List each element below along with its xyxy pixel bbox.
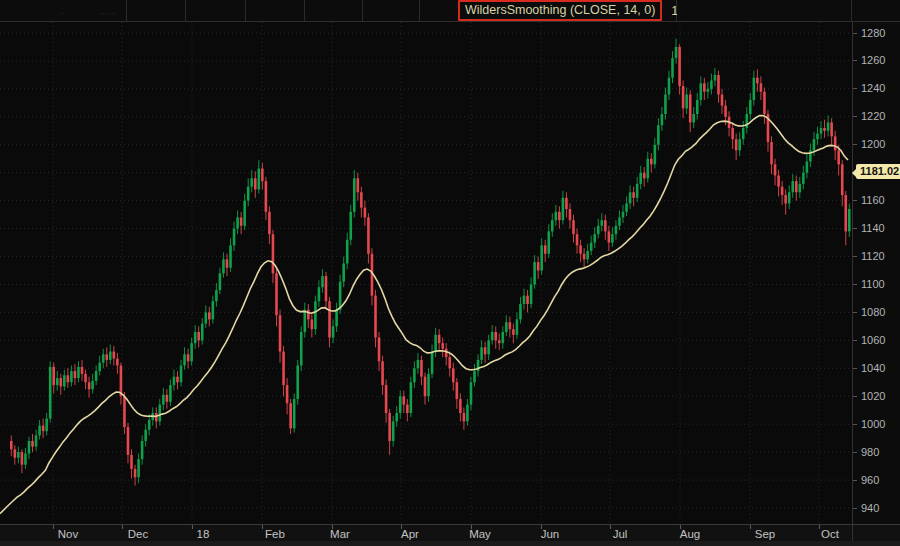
price-tick-label: 1120 <box>861 250 885 263</box>
price-tick-label: 1020 <box>861 390 885 403</box>
bottom-window-strip <box>0 541 900 546</box>
price-tick <box>853 312 857 313</box>
price-tick-label: 1140 <box>861 222 885 235</box>
top-bar-cell-3[interactable] <box>186 0 246 21</box>
time-tick <box>610 525 611 529</box>
price-tick <box>853 424 857 425</box>
price-tick-label: 1240 <box>861 82 885 95</box>
price-tick-label: 1080 <box>861 306 885 319</box>
active-price-tag: 1181.02 <box>856 164 900 179</box>
price-tick <box>853 340 857 341</box>
chart-application-window: --- --- --- WildersSmoothing (CLOSE, 14,… <box>0 0 900 546</box>
price-tick <box>853 88 857 89</box>
top-bar-cell-5[interactable] <box>305 0 363 21</box>
month-label-jun: Jun <box>541 528 560 540</box>
month-label-18: 18 <box>197 528 210 540</box>
price-tick-label: 1100 <box>861 278 885 291</box>
micro-mark-left: --- <box>60 11 67 15</box>
price-tick <box>853 368 857 369</box>
top-bar-cell-9 <box>852 0 900 21</box>
price-tick <box>853 144 857 145</box>
time-tick <box>819 525 820 529</box>
price-tick <box>853 256 857 257</box>
month-label-may: May <box>469 528 491 540</box>
month-label-nov: Nov <box>58 528 78 540</box>
price-tick <box>853 200 857 201</box>
indicator-label-chip[interactable]: WildersSmoothing (CLOSE, 14, 0) <box>458 0 662 21</box>
top-bar: --- --- --- WildersSmoothing (CLOSE, 14,… <box>0 0 900 22</box>
price-tick-label: 1160 <box>861 194 885 207</box>
month-label-mar: Mar <box>330 528 350 540</box>
time-tick <box>53 525 54 529</box>
micro-mark-right: --- --- <box>100 11 116 15</box>
top-bar-cell-6[interactable] <box>363 0 420 21</box>
top-bar-cell-4[interactable] <box>246 0 305 21</box>
price-tick-label: 1220 <box>861 110 885 123</box>
time-axis[interactable]: NovDec18FebMarAprMayJunJulAugSepOct <box>0 524 852 541</box>
month-label-feb: Feb <box>265 528 285 540</box>
price-tick-label: 1260 <box>861 54 885 67</box>
top-bar-cell-8[interactable] <box>677 0 852 21</box>
price-tick <box>853 396 857 397</box>
month-label-jul: Jul <box>613 528 628 540</box>
month-label-apr: Apr <box>401 528 419 540</box>
candlestick-plot[interactable] <box>0 22 852 524</box>
price-tick <box>853 452 857 453</box>
price-tick-label: 1000 <box>861 418 885 431</box>
price-tick-label: 1280 <box>861 27 885 40</box>
chart-canvas[interactable] <box>0 22 852 524</box>
price-tick <box>853 33 857 34</box>
price-tick-label: 1040 <box>861 362 885 375</box>
price-tick <box>853 228 857 229</box>
price-tick <box>853 480 857 481</box>
time-tick <box>192 525 193 529</box>
price-tick-label: 940 <box>861 502 879 515</box>
time-tick <box>750 525 751 529</box>
price-tick-label: 1060 <box>861 334 885 347</box>
top-bar-cell-1[interactable]: --- --- --- <box>0 0 127 21</box>
price-tick-label: 960 <box>861 474 879 487</box>
month-label-dec: Dec <box>128 528 148 540</box>
top-bar-cell-2[interactable] <box>127 0 186 21</box>
price-axis[interactable]: 1181.02 12801260124012201200116011401120… <box>852 22 900 524</box>
time-tick <box>122 525 123 529</box>
price-tick <box>853 508 857 509</box>
price-tick-label: 1200 <box>861 138 885 151</box>
price-tick <box>853 284 857 285</box>
time-tick <box>262 525 263 529</box>
month-label-sep: Sep <box>755 528 775 540</box>
month-label-oct: Oct <box>821 528 839 540</box>
axis-corner-cell <box>852 524 900 541</box>
month-label-aug: Aug <box>680 528 700 540</box>
price-tick <box>853 116 857 117</box>
price-tick <box>853 60 857 61</box>
price-tick-label: 980 <box>861 446 879 459</box>
indicator-cell: WildersSmoothing (CLOSE, 14, 0) 1181.02 <box>420 0 677 21</box>
